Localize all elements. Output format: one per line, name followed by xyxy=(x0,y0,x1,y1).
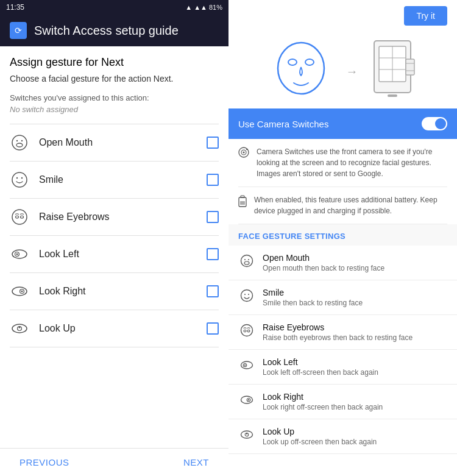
rgi-look-up-desc: Look up off-screen then back again xyxy=(263,438,377,446)
rgi-look-right-icon xyxy=(238,393,255,410)
info-row-battery: When enabled, this feature uses addition… xyxy=(238,187,447,224)
gesture-checkbox-look-up[interactable] xyxy=(207,322,219,335)
svg-point-43 xyxy=(244,294,246,295)
toggle-knob xyxy=(435,118,446,129)
svg-point-3 xyxy=(21,140,23,141)
face-gestures-title: Face Gesture Settings xyxy=(238,232,447,241)
gesture-label-open-mouth: Open Mouth xyxy=(39,137,197,148)
no-switch-label: No switch assigned xyxy=(10,105,219,114)
battery-info-icon xyxy=(238,195,247,211)
right-gesture-list: Open Mouth Open mouth then back to resti… xyxy=(228,246,457,476)
app-header: ⟳ Switch Access setup guide xyxy=(0,15,228,46)
gesture-label-smile: Smile xyxy=(39,174,197,185)
section-title: Assign gesture for Next xyxy=(10,56,219,69)
svg-point-12 xyxy=(16,254,18,255)
right-gesture-look-right: Look Right Look right off-screen then ba… xyxy=(228,385,457,419)
camera-info-icon xyxy=(238,147,249,162)
svg-point-21 xyxy=(305,59,314,65)
info-section: Camera Switches use the front camera to … xyxy=(228,139,457,224)
rgi-look-up-icon xyxy=(238,428,255,444)
svg-point-20 xyxy=(288,59,297,65)
svg-point-40 xyxy=(244,259,246,260)
gesture-label-look-up: Look Up xyxy=(39,323,197,334)
gesture-label-raise-eyebrows: Raise Eyebrows xyxy=(39,211,197,222)
gesture-label-look-left: Look Left xyxy=(39,249,197,260)
rgi-open-mouth-text: Open Mouth Open mouth then back to resti… xyxy=(263,253,384,272)
svg-point-9 xyxy=(21,216,24,218)
connector-icon: → xyxy=(346,65,358,79)
gesture-item-raise-eyebrows[interactable]: Raise Eyebrows xyxy=(10,199,219,236)
right-gesture-open-mouth: Open Mouth Open mouth then back to resti… xyxy=(228,246,457,280)
bottom-nav: Previous Next xyxy=(0,448,228,476)
svg-point-42 xyxy=(241,290,253,302)
svg-point-56 xyxy=(246,433,247,434)
gesture-checkbox-smile[interactable] xyxy=(207,174,219,186)
rgi-open-mouth-icon xyxy=(238,254,255,271)
svg-point-45 xyxy=(241,325,253,336)
svg-point-47 xyxy=(247,330,250,332)
rgi-look-right-desc: Look right off-screen then back again xyxy=(263,403,383,411)
rgi-look-left-text: Look Left Look left off-screen then back… xyxy=(263,357,378,377)
look-up-icon xyxy=(10,319,29,338)
svg-point-44 xyxy=(248,294,249,295)
gesture-checkbox-open-mouth[interactable] xyxy=(207,137,219,149)
rgi-raise-eyebrows-desc: Raise both eyebrows then back to resting… xyxy=(263,333,413,342)
try-it-button[interactable]: Try it xyxy=(404,6,447,26)
svg-rect-36 xyxy=(241,196,244,197)
info-text-camera: Camera Switches use the front camera to … xyxy=(257,146,447,179)
svg-point-46 xyxy=(244,330,246,332)
svg-point-41 xyxy=(248,259,249,260)
gesture-item-look-right[interactable]: Look Right xyxy=(10,273,219,310)
rgi-look-left-desc: Look left off-screen then back again xyxy=(263,368,378,377)
svg-point-39 xyxy=(244,261,249,265)
tablet-svg xyxy=(368,38,417,99)
open-mouth-icon xyxy=(10,133,29,152)
gesture-checkbox-raise-eyebrows[interactable] xyxy=(207,211,219,223)
gesture-item-open-mouth[interactable]: Open Mouth xyxy=(10,124,219,162)
svg-point-7 xyxy=(12,210,27,224)
svg-point-50 xyxy=(244,364,246,366)
section-desc: Choose a facial gesture for the action N… xyxy=(10,74,219,83)
svg-point-6 xyxy=(21,177,23,179)
rgi-look-left-name: Look Left xyxy=(263,357,378,367)
rgi-open-mouth-name: Open Mouth xyxy=(263,253,384,263)
info-text-battery: When enabled, this feature uses addition… xyxy=(254,194,447,216)
wifi-icon: ▲ xyxy=(185,4,192,11)
rgi-look-up-text: Look Up Look up off-screen then back aga… xyxy=(263,427,377,446)
camera-switch-toggle[interactable] xyxy=(422,117,447,130)
gesture-checkbox-look-right[interactable] xyxy=(207,285,219,297)
gesture-item-look-up[interactable]: Look Up xyxy=(10,310,219,347)
rgi-look-right-text: Look Right Look right off-screen then ba… xyxy=(263,392,383,411)
gesture-checkbox-look-left[interactable] xyxy=(207,248,219,260)
rgi-look-right-name: Look Right xyxy=(263,392,383,402)
rgi-raise-eyebrows-icon xyxy=(238,324,255,340)
app-icon: ⟳ xyxy=(10,22,27,39)
svg-point-18 xyxy=(19,327,21,329)
next-button[interactable]: Next xyxy=(183,457,209,467)
assigned-label: Switches you've assigned to this action: xyxy=(10,93,219,102)
gesture-item-look-left[interactable]: Look Left xyxy=(10,236,219,273)
gesture-list: Open Mouth Smile xyxy=(10,124,219,347)
svg-rect-34 xyxy=(246,149,248,150)
rgi-smile-text: Smile Smile then back to resting face xyxy=(263,288,363,307)
left-content: Assign gesture for Next Choose a facial … xyxy=(0,46,228,448)
rgi-open-mouth-desc: Open mouth then back to resting face xyxy=(263,264,384,272)
right-gesture-raise-eyebrows: Raise Eyebrows Raise both eyebrows then … xyxy=(228,315,457,350)
svg-point-54 xyxy=(241,431,253,438)
camera-switch-label: Use Camera Switches xyxy=(238,119,328,129)
right-gesture-look-up: Look Up Look up off-screen then back aga… xyxy=(228,419,457,454)
look-right-icon xyxy=(10,282,29,301)
svg-point-16 xyxy=(12,324,27,333)
illustration: → xyxy=(238,30,447,108)
camera-switch-bar[interactable]: Use Camera Switches xyxy=(228,108,457,139)
raise-eyebrows-icon xyxy=(10,207,29,227)
rgi-raise-eyebrows-name: Raise Eyebrows xyxy=(263,322,413,332)
svg-point-38 xyxy=(241,255,253,267)
svg-point-33 xyxy=(243,152,245,154)
battery-label: 81% xyxy=(209,4,222,11)
previous-button[interactable]: Previous xyxy=(19,457,69,467)
svg-point-1 xyxy=(16,143,23,147)
svg-point-5 xyxy=(16,177,18,179)
rgi-raise-eyebrows-text: Raise Eyebrows Raise both eyebrows then … xyxy=(263,322,413,342)
gesture-item-smile[interactable]: Smile xyxy=(10,162,219,199)
